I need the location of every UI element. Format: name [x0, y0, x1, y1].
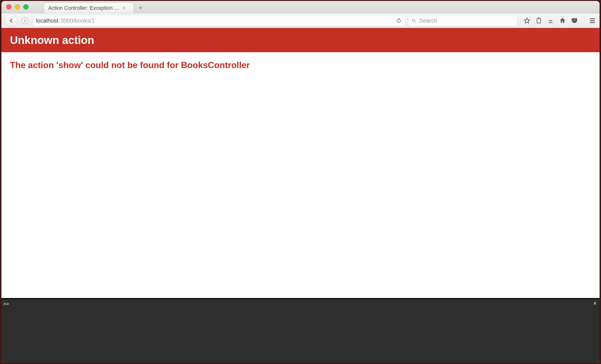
- reading-list-button[interactable]: [535, 17, 542, 24]
- menu-button[interactable]: [589, 17, 596, 24]
- address-bar[interactable]: localhost :3000/books/1: [32, 15, 406, 26]
- home-button[interactable]: [559, 17, 566, 24]
- search-input[interactable]: [419, 17, 514, 24]
- info-icon: i: [24, 18, 26, 23]
- toolbar-icons: [520, 17, 580, 24]
- site-info-button[interactable]: i: [21, 17, 29, 24]
- search-icon: [411, 18, 416, 23]
- url-path: :3000/books/1: [59, 17, 95, 24]
- svg-point-0: [412, 19, 415, 21]
- pocket-icon: [571, 17, 578, 24]
- tab-title: Action Controller: Exception ca...: [48, 5, 119, 11]
- console-prompt: >>: [3, 301, 9, 306]
- back-button[interactable]: [5, 14, 18, 27]
- hamburger-icon: [589, 17, 596, 24]
- search-bar[interactable]: [408, 15, 517, 26]
- svg-line-1: [415, 21, 416, 22]
- separator: [392, 17, 392, 24]
- web-console[interactable]: >> x: [1, 298, 600, 363]
- bookmark-button[interactable]: [523, 17, 531, 24]
- svg-rect-3: [538, 18, 540, 19]
- new-tab-button[interactable]: +: [136, 3, 145, 13]
- svg-rect-2: [537, 18, 541, 23]
- window-close-button[interactable]: [6, 4, 11, 10]
- downloads-button[interactable]: [547, 17, 554, 24]
- error-title: Unknown action: [10, 34, 94, 46]
- reload-button[interactable]: [395, 18, 402, 23]
- window-controls: [6, 4, 29, 10]
- browser-tab[interactable]: Action Controller: Exception ca... ×: [44, 3, 134, 13]
- tab-bar: Action Controller: Exception ca... × +: [1, 1, 600, 13]
- pocket-button[interactable]: [571, 17, 578, 24]
- download-icon: [547, 17, 554, 24]
- console-close-button[interactable]: x: [594, 300, 596, 305]
- url-host: localhost: [36, 17, 58, 24]
- error-banner: Unknown action: [1, 28, 600, 52]
- error-message: The action 'show' could not be found for…: [1, 52, 600, 78]
- separator: [584, 15, 584, 26]
- window-minimize-button[interactable]: [15, 4, 20, 10]
- close-tab-icon[interactable]: ×: [123, 5, 126, 11]
- window-maximize-button[interactable]: [23, 4, 29, 10]
- browser-toolbar: i localhost :3000/books/1: [1, 13, 600, 28]
- arrow-left-icon: [8, 18, 14, 24]
- browser-window: Action Controller: Exception ca... × + i…: [1, 1, 600, 363]
- reload-icon: [396, 18, 402, 23]
- star-icon: [523, 17, 531, 24]
- page-viewport: Unknown action The action 'show' could n…: [1, 28, 600, 363]
- clipboard-icon: [535, 17, 542, 24]
- home-icon: [559, 17, 566, 24]
